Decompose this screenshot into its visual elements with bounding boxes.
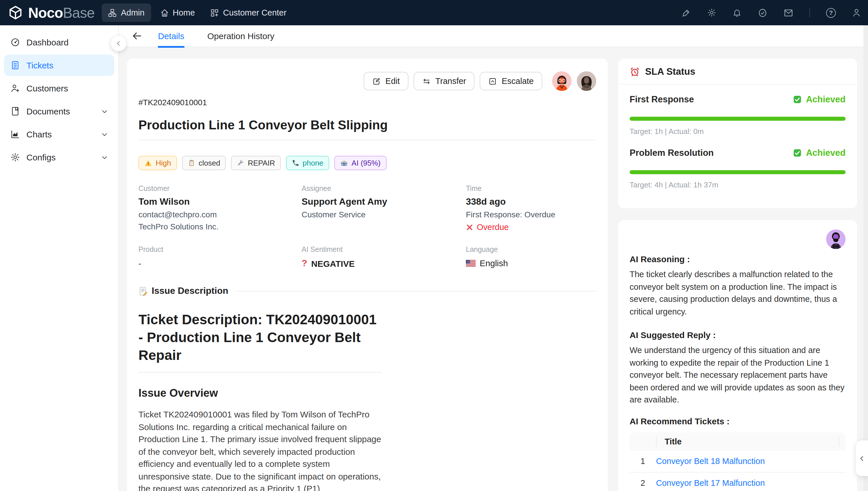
sidebar-item-customers[interactable]: Customers [4,78,114,99]
sidebar-item-label: Configs [26,152,56,162]
description-heading: Ticket Description: TK202409010001 - Pro… [138,311,382,373]
top-navbar: NocoBase Admin Home [0,0,868,25]
gear-icon[interactable] [707,8,716,17]
sidebar: Dashboard Tickets Customers [0,25,119,491]
sla-card-header: SLA Status [618,59,857,85]
avatar-woman-glasses[interactable] [552,71,571,91]
sla-title: SLA Status [645,66,695,77]
field-label: Customer [138,184,302,193]
nav-tab-customer-center[interactable]: Customer Center [204,3,293,22]
ticket-actions: Edit Transfer Esca [138,71,596,91]
recommend-ticket-link[interactable]: Conveyor Belt 17 Malfunction [656,478,846,488]
sla-metric-name: First Response [629,94,694,105]
time-value: 338d ago [466,197,596,207]
sidebar-item-configs[interactable]: Configs [4,147,114,168]
ai-reasoning-label: AI Reasoning : [629,254,846,264]
highlighter-icon[interactable] [682,8,691,17]
tab-details[interactable]: Details [158,25,184,47]
table-row: 1 Conveyor Belt 18 Malfunction [629,451,846,472]
logo-base: Base [63,4,94,21]
category-tag: REPAIR [231,156,281,170]
row-index: 1 [629,457,656,466]
overdue-badge: Overdue [466,223,596,232]
sla-status-card: SLA Status First Response [618,59,857,208]
tab-operation-history[interactable]: Operation History [207,25,274,47]
area-chart-icon [10,129,20,139]
ticket-id: #TK202409010001 [138,98,596,107]
app-root: NocoBase Admin Home [0,0,868,491]
customer-name: Tom Wilson [138,197,302,207]
sidebar-item-dashboard[interactable]: Dashboard [4,32,114,53]
nav-tab-label: Admin [121,8,145,17]
field-label: Time [466,184,596,193]
bell-icon[interactable] [733,8,742,17]
product-field: Product - [138,246,302,268]
nocobase-cube-icon [8,5,23,20]
nav-tab-admin[interactable]: Admin [102,3,151,22]
button-label: Escalate [502,77,534,86]
sentiment-label: NEGATIVE [311,258,355,268]
sidebar-item-label: Customers [26,83,68,93]
section-title: Issue Description [152,286,228,296]
user-icon[interactable] [852,8,861,17]
edit-button[interactable]: Edit [364,72,408,90]
tag-label: REPAIR [248,159,275,167]
right-panel-collapse-button[interactable] [856,440,868,476]
check-circle-icon[interactable] [758,8,768,18]
content-area: Edit Transfer Esca [119,47,868,491]
assignee-name: Support Agent Amy [302,197,466,207]
language-field: Language [466,246,596,268]
sla-status-badge: Achieved [793,94,846,105]
recommend-ticket-link[interactable]: Conveyor Belt 18 Malfunction [656,457,846,466]
navbar-divider [809,8,810,17]
button-label: Transfer [435,77,466,86]
help-icon[interactable]: ? [826,8,836,18]
tab-label: Operation History [207,31,274,41]
nav-tab-home[interactable]: Home [154,3,201,22]
time-field: Time 338d ago First Response: Overdue Ov… [466,184,596,232]
status-tag: closed [182,156,226,170]
row-index: 2 [629,478,656,488]
chevron-down-icon [101,154,108,161]
sidebar-item-documents[interactable]: Documents [4,100,114,122]
customer-field: Customer Tom Wilson contact@techpro.com … [138,184,302,232]
sidebar-collapse-button[interactable] [111,36,126,51]
user-add-icon [10,83,20,93]
sla-metric-name: Problem Resolution [629,148,714,158]
assignee-field: Assignee Support Agent Amy Customer Serv… [302,184,466,232]
green-check-icon [793,95,802,104]
button-label: Edit [385,77,400,86]
transfer-button[interactable]: Transfer [413,72,475,90]
priority-tag: High [138,156,177,170]
sidebar-item-tickets[interactable]: Tickets [4,55,114,76]
title-column-header: Title [656,436,839,446]
nocobase-logo[interactable]: NocoBase [8,4,94,21]
escalate-button[interactable]: Escalate [480,72,542,90]
recommend-tickets-table: Title 1 Conveyor Belt 18 Malfunction 2 C… [629,432,846,491]
memo-icon [138,286,148,296]
warning-triangle-icon [144,159,152,167]
detail-tabbar: Details Operation History [119,25,868,47]
sla-card-body: First Response Achieved Ta [618,85,857,199]
mail-icon[interactable] [783,8,793,18]
sla-progress-bar [629,117,846,121]
divider [138,140,596,140]
section-rule [237,291,596,291]
red-question-icon: ? [302,258,307,268]
alarm-clock-icon [629,66,640,77]
overdue-label: Overdue [477,223,509,232]
product-value: - [138,259,302,268]
ai-suggested-reply-label: AI Suggested Reply : [629,330,846,340]
tag-label: High [156,159,171,167]
transfer-arrows-icon [422,77,431,85]
back-arrow-icon [131,30,143,41]
nav-tabs: Admin Home Customer Center [102,3,293,22]
ticket-info-row-1: Customer Tom Wilson contact@techpro.com … [138,184,596,232]
field-label: Product [138,246,302,254]
ai-recommend-tickets-label: AI Recommend Tickets : [629,416,846,426]
scrollbar-track[interactable] [863,25,868,491]
avatar-woman-dark-hair[interactable] [577,71,596,91]
back-button[interactable] [131,30,143,41]
grid-plus-icon [211,8,219,17]
sidebar-item-charts[interactable]: Charts [4,124,114,145]
